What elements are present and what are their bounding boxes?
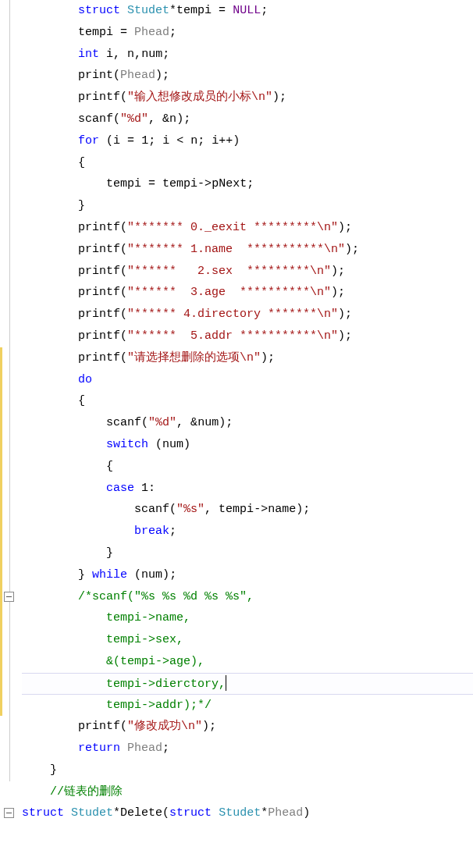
code-line[interactable]: switch (num) [22, 434, 473, 456]
gutter-line [0, 173, 22, 195]
code-line[interactable]: tempi = tempi->pNext; [22, 173, 473, 195]
code-line[interactable]: tempi->dierctory, [22, 673, 473, 695]
code-line[interactable]: tempi->sex, [22, 629, 473, 651]
code-area[interactable]: struct Studet*tempi = NULL; tempi = Phea… [22, 0, 473, 824]
gutter-line [0, 760, 22, 781]
code-line[interactable]: tempi->name, [22, 607, 473, 629]
fold-icon[interactable] [4, 808, 14, 818]
gutter-line [0, 542, 22, 564]
code-line[interactable]: case 1: [22, 478, 473, 500]
code-line[interactable]: struct Studet*Delete(struct Studet*Phead… [22, 802, 473, 824]
code-line[interactable]: printf("请选择想删除的选项\n"); [22, 347, 473, 369]
code-line[interactable]: printf("******* 0._eexit *********\n"); [22, 217, 473, 239]
code-line[interactable]: printf("修改成功\n"); [22, 716, 473, 738]
code-line[interactable]: return Phead; [22, 738, 473, 760]
editor-gutter [0, 0, 22, 824]
gutter-line [0, 0, 22, 22]
code-line[interactable]: int i, n,num; [22, 44, 473, 66]
code-line[interactable]: } [22, 542, 473, 564]
gutter-line [0, 738, 22, 760]
code-line[interactable]: struct Studet*tempi = NULL; [22, 0, 473, 22]
code-line[interactable]: scanf("%s", tempi->name); [22, 499, 473, 521]
gutter-line [0, 716, 22, 738]
gutter-line [0, 651, 22, 673]
code-line[interactable]: printf("****** 5.addr ***********\n"); [22, 326, 473, 347]
code-line[interactable]: { [22, 152, 473, 174]
gutter-line [0, 65, 22, 87]
text-cursor [226, 675, 226, 691]
gutter-line [0, 152, 22, 174]
gutter-line [0, 781, 22, 803]
gutter-line [0, 369, 22, 391]
gutter-line [0, 239, 22, 261]
code-line[interactable]: printf("****** 3.age **********\n"); [22, 282, 473, 304]
code-line[interactable]: &(tempi->age), [22, 651, 473, 673]
gutter-line [0, 44, 22, 66]
code-line[interactable]: } while (num); [22, 564, 473, 586]
gutter-line [0, 499, 22, 521]
code-line[interactable]: tempi = Phead; [22, 22, 473, 44]
code-line[interactable]: printf("****** 4.directory *******\n"); [22, 304, 473, 326]
gutter-line [0, 412, 22, 434]
gutter-line [0, 629, 22, 651]
code-line[interactable]: } [22, 195, 473, 217]
code-line[interactable]: scanf("%d", &num); [22, 412, 473, 434]
gutter-line [0, 607, 22, 629]
code-line[interactable]: tempi->addr);*/ [22, 695, 473, 717]
code-line[interactable]: { [22, 390, 473, 412]
gutter-line [0, 87, 22, 108]
gutter-line [0, 695, 22, 717]
code-editor[interactable]: struct Studet*tempi = NULL; tempi = Phea… [0, 0, 473, 824]
code-line[interactable]: printf("输入想修改成员的小标\n"); [22, 87, 473, 108]
fold-icon[interactable] [4, 592, 14, 602]
code-line[interactable]: } [22, 760, 473, 781]
gutter-line [0, 108, 22, 130]
gutter-line [0, 564, 22, 586]
gutter-line [0, 195, 22, 217]
gutter-line [0, 304, 22, 326]
gutter-line [0, 217, 22, 239]
code-line[interactable]: for (i = 1; i < n; i++) [22, 130, 473, 152]
gutter-line [0, 802, 22, 824]
code-line[interactable]: //链表的删除 [22, 781, 473, 803]
code-line[interactable]: break; [22, 521, 473, 542]
code-line[interactable]: /*scanf("%s %s %d %s %s", [22, 586, 473, 608]
code-line[interactable]: do [22, 369, 473, 391]
gutter-line [0, 434, 22, 456]
code-line[interactable]: printf("****** 2.sex *********\n"); [22, 261, 473, 283]
gutter-line [0, 586, 22, 608]
gutter-line [0, 130, 22, 152]
gutter-line [0, 326, 22, 347]
gutter-line [0, 673, 22, 695]
code-line[interactable]: print(Phead); [22, 65, 473, 87]
code-line[interactable]: { [22, 456, 473, 478]
gutter-line [0, 22, 22, 44]
gutter-line [0, 478, 22, 500]
code-line[interactable]: scanf("%d", &n); [22, 108, 473, 130]
gutter-line [0, 282, 22, 304]
gutter-line [0, 390, 22, 412]
code-line[interactable]: printf("******* 1.name ***********\n"); [22, 239, 473, 261]
gutter-line [0, 456, 22, 478]
gutter-line [0, 521, 22, 542]
gutter-line [0, 347, 22, 369]
gutter-line [0, 261, 22, 283]
